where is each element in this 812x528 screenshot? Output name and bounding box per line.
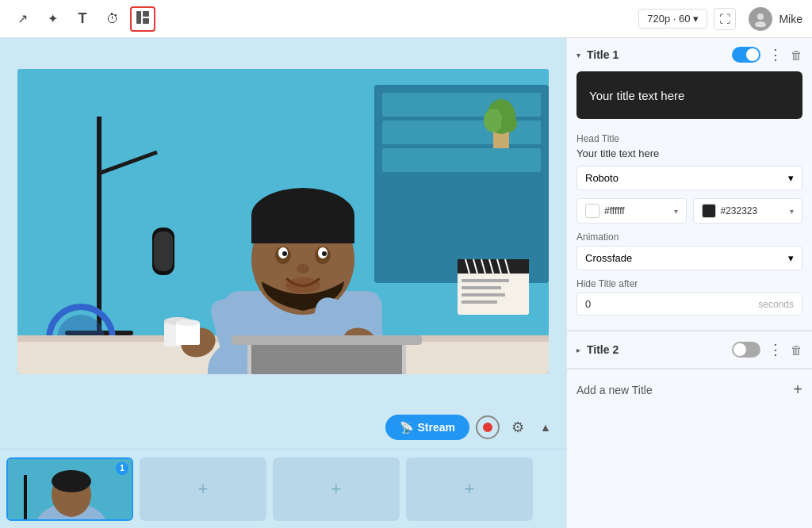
color-white-text: #ffffff [604, 205, 669, 216]
title2-chevron-icon: ▸ [576, 346, 580, 354]
record-button[interactable] [476, 415, 500, 439]
svg-rect-66 [24, 475, 27, 521]
stream-button[interactable]: 📡 Stream [385, 415, 469, 440]
svg-rect-10 [382, 148, 541, 172]
color-dark-text: #232323 [721, 205, 786, 216]
text-tool-button[interactable]: T [70, 6, 95, 32]
add-title-text: Add a new Title [576, 384, 787, 396]
title1-toggle[interactable] [732, 47, 760, 63]
svg-point-13 [484, 109, 503, 132]
title1-delete-button[interactable]: 🗑 [791, 48, 802, 62]
magic-icon: ✦ [48, 11, 58, 26]
svg-rect-59 [232, 335, 422, 345]
svg-rect-44 [251, 216, 354, 243]
svg-point-14 [501, 113, 517, 132]
svg-point-65 [52, 470, 91, 492]
color-dark-swatch [702, 204, 716, 218]
title2-label: Title 2 [587, 343, 726, 356]
layout-tool-button[interactable] [130, 6, 155, 32]
hide-after-input-wrap: seconds [576, 293, 802, 316]
svg-rect-60 [176, 323, 200, 345]
thumb-video-1 [8, 459, 132, 519]
thumbnail-item-1[interactable]: 1 [6, 457, 133, 521]
chevron-up-button[interactable]: ▲ [536, 418, 555, 437]
svg-rect-2 [143, 18, 149, 24]
head-title-label: Head Title [576, 133, 802, 144]
font-select[interactable]: Roboto ▾ [576, 166, 802, 190]
add-title-row[interactable]: Add a new Title + [567, 369, 812, 410]
magic-tool-button[interactable]: ✦ [40, 6, 65, 32]
color-white-box[interactable]: #ffffff ▾ [576, 198, 687, 224]
settings-icon: ⚙ [511, 419, 524, 436]
thumbnail-add-3[interactable]: + [406, 457, 533, 521]
color-dark-chevron-icon: ▾ [790, 207, 794, 216]
stream-label: Stream [418, 421, 455, 434]
animation-chevron-icon: ▾ [788, 252, 794, 264]
seconds-label: seconds [758, 299, 794, 310]
hide-after-input[interactable] [585, 298, 758, 310]
title1-section: ▾ Title 1 ⋮ 🗑 Your title text here Head … [567, 38, 812, 331]
toolbar-right: Mike [749, 7, 802, 31]
layout-icon [136, 10, 150, 28]
toolbar: ↗ ✦ T ⏱ 720p · 60 ▾ ⛶ [0, 0, 812, 38]
svg-rect-8 [382, 93, 541, 117]
left-panel: 📡 Stream ⚙ ▲ [0, 38, 566, 528]
animation-value: Crossfade [585, 252, 632, 264]
right-panel: ▾ Title 1 ⋮ 🗑 Your title text here Head … [566, 38, 812, 528]
svg-point-51 [285, 277, 320, 293]
svg-rect-23 [462, 279, 509, 282]
avatar [749, 7, 772, 31]
thumbnail-add-1[interactable]: + [140, 457, 266, 521]
timer-tool-button[interactable]: ⏱ [100, 6, 125, 32]
user-name: Mike [779, 13, 802, 25]
svg-rect-1 [143, 11, 149, 17]
record-dot [483, 423, 492, 432]
svg-rect-26 [462, 300, 497, 304]
svg-point-4 [755, 21, 766, 27]
svg-point-49 [282, 251, 287, 256]
video-canvas [0, 38, 566, 405]
head-title-value: Your title text here [576, 147, 802, 159]
svg-point-50 [322, 251, 327, 256]
color-dark-box[interactable]: #232323 ▾ [693, 198, 803, 224]
title1-header: ▾ Title 1 ⋮ 🗑 [567, 38, 812, 71]
animation-select[interactable]: Crossfade ▾ [576, 246, 802, 270]
title1-form: Head Title Your title text here Roboto ▾… [567, 127, 812, 330]
stream-icon: 📡 [400, 421, 413, 434]
scene-svg [17, 69, 549, 374]
add-title-icon: + [793, 381, 802, 399]
bottom-controls-bar: 📡 Stream ⚙ ▲ [0, 405, 566, 449]
title1-preview-box: Your title text here [576, 71, 802, 119]
fullscreen-button[interactable]: ⛶ [714, 8, 736, 30]
text-icon: T [79, 10, 87, 27]
color-row: #ffffff ▾ #232323 ▾ [576, 198, 802, 224]
color-white-swatch [585, 204, 599, 218]
thumbnail-add-2[interactable]: + [273, 457, 400, 521]
resolution-chevron-icon: ▾ [693, 13, 699, 25]
title1-chevron-icon: ▾ [576, 51, 580, 59]
svg-point-3 [757, 13, 764, 20]
title1-preview-text: Your title text here [589, 89, 684, 102]
color-white-chevron-icon: ▾ [674, 207, 678, 216]
title1-more-button[interactable]: ⋮ [767, 46, 784, 63]
chevron-up-icon: ▲ [540, 421, 551, 434]
font-chevron-icon: ▾ [788, 172, 794, 184]
svg-rect-0 [136, 11, 141, 24]
svg-rect-24 [462, 286, 501, 289]
title2-delete-button[interactable]: 🗑 [791, 343, 802, 357]
font-name: Roboto [585, 172, 619, 184]
title2-more-button[interactable]: ⋮ [767, 341, 784, 358]
resolution-label: 720p · 60 [647, 13, 690, 25]
toolbar-left: ↗ ✦ T ⏱ [10, 6, 632, 32]
settings-button[interactable]: ⚙ [506, 415, 530, 439]
main-area: 📡 Stream ⚙ ▲ [0, 38, 812, 528]
title2-toggle[interactable] [732, 342, 760, 358]
thumb-badge-1: 1 [116, 462, 128, 475]
hide-after-label: Hide Title after [576, 278, 802, 289]
title1-label: Title 1 [587, 48, 726, 61]
arrow-tool-button[interactable]: ↗ [10, 6, 35, 32]
resolution-button[interactable]: 720p · 60 ▾ [638, 9, 707, 29]
title2-section: ▸ Title 2 ⋮ 🗑 [567, 331, 812, 369]
toolbar-center: 720p · 60 ▾ ⛶ [638, 8, 736, 30]
svg-rect-27 [97, 117, 102, 339]
